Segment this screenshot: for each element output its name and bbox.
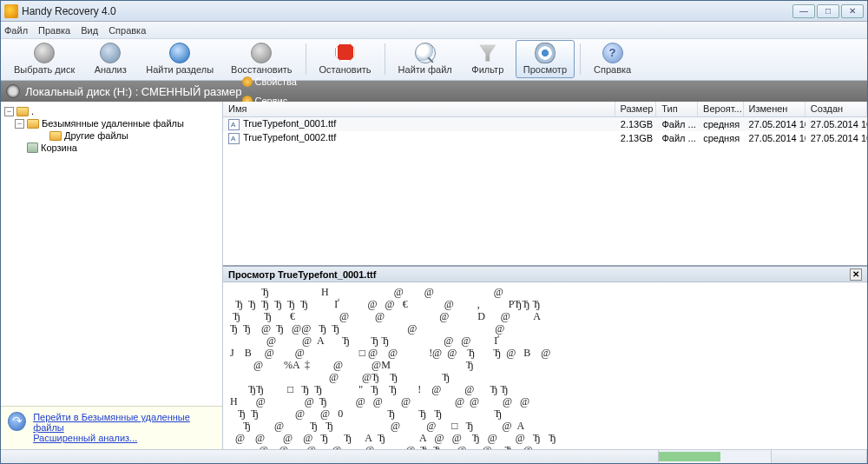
progress-bar: [659, 450, 772, 463]
disk-path-icon: [6, 84, 20, 98]
col-name[interactable]: Имя: [223, 102, 615, 116]
folder-tree-panel: − . − Безымянные удаленные файлы Другие …: [1, 102, 223, 449]
font-file-icon: [228, 119, 240, 130]
preview-panel: Просмотр TrueTypefont_0001.ttf ✕ Ђ Н @ @…: [223, 265, 867, 449]
tb-select-disk[interactable]: Выбрать диск: [6, 40, 82, 78]
properties-link[interactable]: Свойства: [242, 76, 862, 87]
tb-help[interactable]: Справка: [586, 40, 639, 78]
stop-icon: [336, 43, 355, 62]
file-row[interactable]: TrueTypefont_0002.ttf 2.13GB Файл ... ср…: [223, 131, 867, 145]
titlebar: Handy Recovery 4.0 — □ ✕: [1, 1, 867, 22]
col-created[interactable]: Создан: [806, 102, 867, 116]
recycle-icon: [27, 143, 38, 153]
status-segment: [1, 450, 659, 463]
search-icon: [415, 43, 436, 63]
toolbar: Выбрать диск Анализ Найти разделы Восста…: [1, 39, 867, 81]
tree-deleted-files[interactable]: − Безымянные удаленные файлы: [3, 117, 220, 129]
preview-content: Ђ Н @ @ @ Ђ Ђ Ђ Ђ Ђ Ђ Ґ @ @ € @ , РЂЂ Ђ …: [223, 282, 867, 449]
path-bar: Локальный диск (H:) : СМЕННЫЙ размер Сво…: [1, 81, 867, 102]
status-bar: [1, 449, 867, 463]
gear-icon: [242, 76, 253, 87]
menu-view[interactable]: Вид: [81, 25, 98, 36]
filter-icon: [477, 43, 498, 63]
advanced-analysis-link[interactable]: Расширенный анализ...: [33, 433, 215, 443]
close-button[interactable]: ✕: [841, 4, 864, 18]
col-modified[interactable]: Изменен: [744, 102, 806, 116]
preview-title: Просмотр TrueTypefont_0001.ttf: [228, 269, 376, 280]
folder-icon: [49, 131, 62, 141]
toolbar-separator: [306, 43, 306, 75]
toolbar-separator: [580, 43, 581, 75]
app-icon: [4, 4, 18, 18]
col-type[interactable]: Тип: [656, 102, 698, 116]
status-segment: [772, 450, 867, 463]
goto-deleted-link[interactable]: Перейти в Безымянные удаленные файлы: [33, 412, 215, 433]
menu-edit[interactable]: Правка: [38, 25, 70, 36]
file-list-header: Имя Размер Тип Вероят... Изменен Создан: [223, 102, 867, 117]
folder-icon: [16, 107, 29, 116]
collapse-icon[interactable]: −: [4, 107, 14, 116]
goto-icon: [8, 412, 26, 431]
tree-recycle-bin[interactable]: Корзина: [3, 142, 220, 154]
tb-find-file[interactable]: Найти файл: [391, 40, 460, 78]
tb-find-partitions[interactable]: Найти разделы: [138, 40, 221, 78]
menu-file[interactable]: Файл: [4, 25, 28, 36]
tb-analyze[interactable]: Анализ: [84, 40, 136, 78]
tb-preview[interactable]: Просмотр: [516, 40, 575, 78]
disk-icon: [34, 43, 55, 63]
tree-root[interactable]: − .: [3, 105, 220, 117]
recover-icon: [251, 43, 272, 63]
maximize-button[interactable]: □: [817, 4, 839, 18]
tree-other-files[interactable]: Другие файлы: [3, 129, 220, 142]
tb-stop[interactable]: Остановить: [312, 40, 379, 78]
eye-icon: [535, 43, 556, 63]
toolbar-separator: [385, 43, 385, 75]
font-file-icon: [228, 133, 240, 144]
hint-panel: Перейти в Безымянные удаленные файлы Рас…: [1, 406, 222, 449]
file-list[interactable]: TrueTypefont_0001.ttf 2.13GB Файл ... ср…: [223, 117, 867, 265]
path-text: Локальный диск (H:) : СМЕННЫЙ размер: [25, 85, 242, 98]
collapse-icon[interactable]: −: [15, 119, 24, 129]
menu-help[interactable]: Справка: [108, 25, 146, 36]
help-icon: [602, 43, 623, 63]
analyze-icon: [100, 43, 121, 63]
minimize-button[interactable]: —: [792, 4, 815, 18]
window-buttons: — □ ✕: [792, 4, 864, 18]
folder-icon: [27, 119, 39, 129]
menubar: Файл Правка Вид Справка: [1, 22, 867, 39]
col-size[interactable]: Размер: [615, 102, 657, 116]
tb-filter[interactable]: Фильтр: [462, 40, 514, 78]
right-panel: Имя Размер Тип Вероят... Изменен Создан …: [223, 102, 867, 449]
window-title: Handy Recovery 4.0: [22, 5, 792, 17]
tb-recover[interactable]: Восстановить: [223, 40, 299, 78]
file-row[interactable]: TrueTypefont_0001.ttf 2.13GB Файл ... ср…: [223, 117, 867, 131]
col-probability[interactable]: Вероят...: [698, 102, 743, 116]
folder-tree[interactable]: − . − Безымянные удаленные файлы Другие …: [1, 102, 222, 406]
partitions-icon: [169, 43, 190, 63]
preview-header: Просмотр TrueTypefont_0001.ttf ✕: [223, 267, 867, 282]
main-body: − . − Безымянные удаленные файлы Другие …: [1, 102, 867, 449]
preview-close-button[interactable]: ✕: [850, 268, 862, 281]
app-window: Handy Recovery 4.0 — □ ✕ Файл Правка Вид…: [0, 0, 868, 464]
